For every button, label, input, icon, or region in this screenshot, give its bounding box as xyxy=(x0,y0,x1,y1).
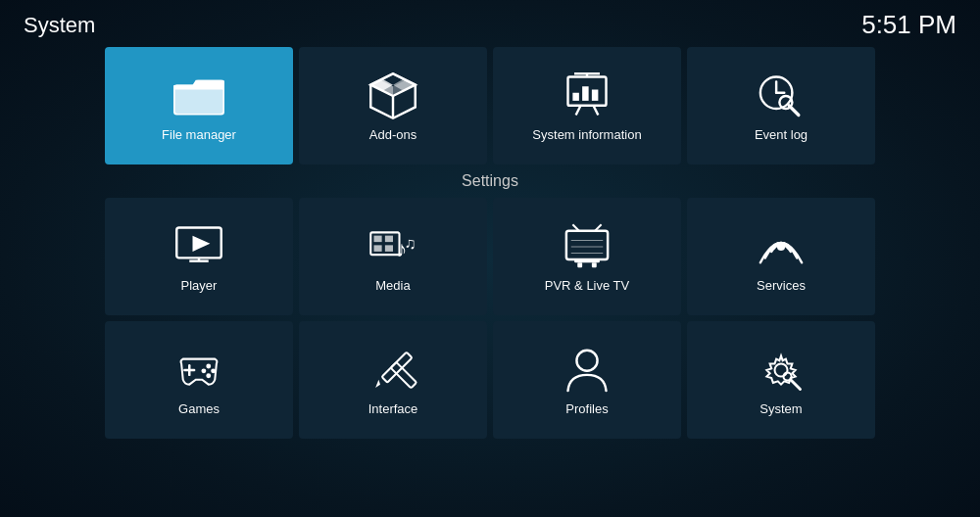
tile-pvr-live-tv[interactable]: PVR & Live TV xyxy=(493,198,681,315)
presentation-icon xyxy=(562,70,612,121)
svg-point-52 xyxy=(775,363,788,376)
pvr-live-tv-label: PVR & Live TV xyxy=(545,278,629,293)
tile-profiles[interactable]: Profiles xyxy=(493,321,681,439)
svg-rect-48 xyxy=(382,352,413,382)
svg-line-15 xyxy=(594,105,599,115)
svg-rect-37 xyxy=(592,262,597,267)
folder-icon xyxy=(173,70,224,121)
tile-media[interactable]: ♪ ♫ Media xyxy=(299,198,487,315)
svg-line-14 xyxy=(576,105,581,115)
system-label: System xyxy=(760,401,802,416)
svg-point-51 xyxy=(576,350,597,370)
games-label: Games xyxy=(178,401,220,416)
media-label: Media xyxy=(375,278,410,293)
pencil-ruler-icon xyxy=(368,345,418,396)
svg-marker-24 xyxy=(193,235,211,251)
tile-interface[interactable]: Interface xyxy=(299,321,487,439)
wifi-circle-icon xyxy=(756,221,807,272)
gear-wrench-icon xyxy=(756,345,807,396)
top-row: File manager Add-ons xyxy=(59,47,921,164)
tile-add-ons[interactable]: Add-ons xyxy=(299,47,487,164)
tile-player[interactable]: Player xyxy=(105,198,293,315)
tile-event-log[interactable]: Event log xyxy=(687,47,875,164)
svg-rect-29 xyxy=(385,245,393,252)
media-icon: ♪ ♫ xyxy=(368,221,418,272)
page-title: System xyxy=(24,13,95,38)
tile-system[interactable]: System xyxy=(687,321,875,439)
svg-rect-1 xyxy=(175,87,223,113)
top-bar: System 5:51 PM xyxy=(0,0,980,50)
svg-rect-36 xyxy=(577,262,582,267)
clock: 5:51 PM xyxy=(861,10,956,40)
svg-rect-28 xyxy=(374,245,382,252)
services-label: Services xyxy=(757,278,806,293)
file-manager-label: File manager xyxy=(162,127,236,142)
interface-label: Interface xyxy=(368,401,418,416)
svg-text:♫: ♫ xyxy=(404,233,416,251)
svg-rect-35 xyxy=(574,259,600,262)
svg-point-46 xyxy=(201,368,206,373)
tile-services[interactable]: Services xyxy=(687,198,875,315)
svg-rect-13 xyxy=(592,89,599,100)
svg-point-47 xyxy=(206,373,211,378)
svg-rect-11 xyxy=(572,92,579,100)
profiles-label: Profiles xyxy=(565,401,608,416)
svg-rect-32 xyxy=(566,230,608,258)
content-area: File manager Add-ons xyxy=(0,47,980,517)
svg-point-45 xyxy=(211,368,216,373)
add-ons-label: Add-ons xyxy=(369,127,416,142)
svg-line-53 xyxy=(791,379,801,389)
system-info-label: System information xyxy=(532,127,641,142)
settings-heading: Settings xyxy=(462,172,518,190)
player-label: Player xyxy=(181,278,218,293)
box-icon xyxy=(368,70,418,121)
person-icon xyxy=(562,345,612,396)
svg-rect-12 xyxy=(582,86,589,101)
tile-system-information[interactable]: System information xyxy=(493,47,681,164)
svg-rect-27 xyxy=(385,235,393,242)
svg-point-44 xyxy=(206,363,211,368)
svg-rect-26 xyxy=(374,235,382,242)
tile-games[interactable]: Games xyxy=(105,321,293,439)
settings-row-2: Games Interface xyxy=(59,321,921,439)
tv-icon xyxy=(562,221,612,272)
tile-file-manager[interactable]: File manager xyxy=(105,47,293,164)
monitor-play-icon xyxy=(173,221,224,272)
svg-marker-49 xyxy=(375,379,380,387)
clock-search-icon xyxy=(756,70,807,121)
event-log-label: Event log xyxy=(755,127,808,142)
gamepad-icon xyxy=(173,345,224,396)
settings-row-1: Player ♪ ♫ Media xyxy=(59,198,921,315)
